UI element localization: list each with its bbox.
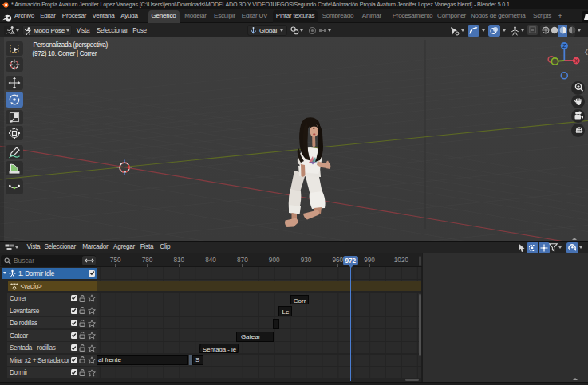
svg-text:Z: Z bbox=[562, 43, 566, 49]
svg-text:X: X bbox=[574, 58, 578, 64]
